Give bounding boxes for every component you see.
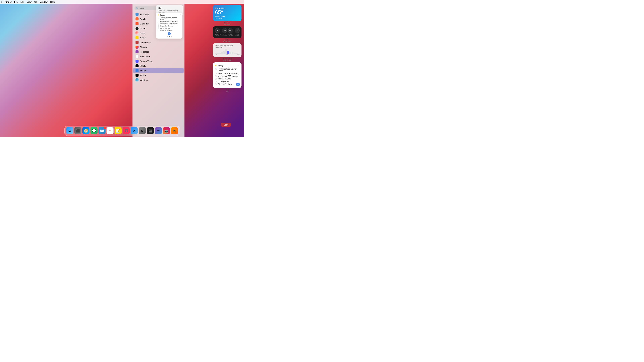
analog-clock (215, 28, 220, 33)
app-list-label-podcasts: Podcasts (140, 51, 149, 53)
city-offset: +6HRS (235, 35, 239, 36)
notes-icon (136, 36, 138, 39)
menubar-view[interactable]: View (27, 1, 32, 3)
dock-icon-pixelmator[interactable]: ✏ (155, 127, 162, 134)
things-item-text: Respond to Sonnet (218, 78, 232, 80)
screentime-bar-3 (221, 52, 223, 54)
things-item-text: iPhone SE revisited (218, 83, 232, 85)
dock-icon-notes[interactable]: 📝 (114, 127, 122, 134)
today-preview-item: iPhone SE revisited (158, 29, 181, 31)
app-list-item-weather[interactable]: Weather (133, 78, 184, 82)
dock-icon-finder[interactable]: 🗂 (66, 127, 73, 134)
clock-widget-container: Cupertino-9HRSTokyo+13HRSSydney+16HRSPar… (213, 26, 242, 42)
today-item-checkbox[interactable] (158, 17, 159, 18)
menubar-go[interactable]: Go (34, 1, 37, 3)
things-item-checkbox[interactable] (215, 68, 217, 70)
menubar-file[interactable]: File (14, 1, 18, 3)
today-item-checkbox[interactable] (158, 23, 159, 24)
app-list-item-stocks[interactable]: Stocks (133, 63, 184, 68)
things-add-button[interactable]: + (236, 83, 240, 86)
today-widget-title: Today (160, 14, 165, 16)
app-list-label-clock: Clock (140, 27, 146, 30)
dot-1[interactable] (167, 36, 168, 37)
things-item-checkbox[interactable] (215, 81, 217, 82)
today-item-checkbox[interactable] (158, 21, 159, 22)
dot-2[interactable] (169, 36, 170, 37)
app-list-item-omnifocus[interactable]: OmniFocus (133, 40, 184, 45)
weather-footer: Weather Forecast (213, 21, 242, 25)
apollo-icon (136, 17, 138, 20)
today-close-button[interactable]: × (180, 14, 181, 16)
things-widget-container: ★ Today × First things to do with new iP… (213, 62, 242, 92)
news-icon (136, 31, 138, 34)
today-preview-item: Hands on with all store beta (158, 21, 181, 22)
today-item-checkbox[interactable] (158, 25, 159, 27)
app-list-item-things[interactable]: Things (133, 68, 184, 73)
analog-clock (222, 28, 227, 33)
things-item-checkbox[interactable] (215, 78, 217, 80)
app-list-item-photos[interactable]: Photos (133, 45, 184, 49)
dock-icon-calendar[interactable]: 13 (106, 127, 114, 134)
menubar-app-name[interactable]: Finder (5, 1, 12, 3)
done-button[interactable]: Done (221, 123, 231, 127)
things-item-checkbox[interactable] (215, 73, 217, 74)
screentime-bar-10 (236, 53, 238, 54)
dock-badge-mail: ! (104, 127, 106, 129)
today-item-checkbox[interactable] (158, 27, 159, 29)
menubar-window[interactable]: Window (40, 1, 48, 3)
screentime-bar-11 (238, 54, 240, 54)
things-item-checkbox[interactable] (215, 75, 217, 77)
screentime-description: Set up Screen Time in System Preferences… (215, 45, 240, 48)
today-preview-item: Respond to Sonnet (158, 25, 181, 27)
things-item: First things to do with new iPhone (215, 68, 240, 72)
dock-icon-systemprefs[interactable]: ⚙ (139, 127, 146, 134)
today-preview-item: First things to do with new iPhone (158, 17, 181, 20)
dot-3[interactable] (171, 36, 172, 37)
screentime-label: Screen Time (213, 57, 242, 59)
dock-icon-messages[interactable]: 💬 (90, 127, 98, 134)
menubar-edit[interactable]: Edit (20, 1, 24, 3)
today-item-checkbox[interactable] (158, 30, 159, 31)
screentime-footer: Screen Time Daily Activity (213, 57, 242, 61)
dock-icon-claquette[interactable]: 🎬 (147, 127, 154, 134)
app-list-item-reminders[interactable]: Reminders (133, 54, 184, 59)
app-list-label-airbuddy: AirBuddy (140, 13, 149, 15)
app-list-item-podcasts[interactable]: Podcasts (133, 49, 184, 54)
dock-icon-instagram[interactable]: 📷 (163, 127, 170, 134)
things-item: iOS 15 preview (215, 81, 240, 82)
menubar-help[interactable]: Help (50, 1, 55, 3)
dock-icon-safari[interactable]: 🧭 (82, 127, 90, 134)
dock-icon-tes[interactable]: 🦋 (171, 127, 178, 134)
city-name: Sydney (228, 33, 233, 35)
things-item: Hands on with all store beta (215, 72, 240, 74)
dock-icon-mail[interactable]: ✉️! (98, 127, 106, 134)
weather-label: Weather (213, 21, 242, 23)
weather-widget: Cupertino 65° Mostly Sunny H:67° L:44° W… (213, 5, 242, 25)
city-name: Tokyo (223, 33, 226, 35)
dock-icon-appstore[interactable]: A (131, 127, 138, 134)
app-list-label-stocks: Stocks (140, 65, 146, 67)
analog-clock (228, 28, 233, 33)
clock-city-tokyo: Tokyo+13HRS (222, 28, 227, 36)
app-list-label-tiktok: TikTok (140, 74, 146, 77)
screentime-bar-8 (232, 52, 234, 54)
app-list-item-screentime[interactable]: Screen Time (133, 59, 184, 63)
things-list-title: List (158, 7, 181, 9)
things-item-checkbox[interactable] (215, 83, 217, 85)
dock-icon-launchpad[interactable]: ⬛ (74, 127, 81, 134)
things-item: iPhone SE revisited (215, 83, 240, 85)
city-name: Cupertino (215, 33, 221, 35)
city-name: Paris (236, 33, 239, 35)
today-add-button[interactable]: + (168, 32, 171, 35)
apple-menu[interactable]:  (1, 0, 2, 3)
app-list-label-calendar: Calendar (140, 22, 149, 25)
screentime-bar-2 (219, 53, 221, 54)
things-close-button[interactable]: × (238, 64, 240, 66)
things-icon (136, 69, 138, 72)
today-preview-item: Most wanted FCP features (158, 23, 181, 25)
podcasts-icon (136, 50, 138, 53)
app-list-item-tiktok[interactable]: TikTok (133, 73, 184, 78)
minute-hand (224, 30, 226, 31)
things-item-text: Most wanted FCP features (218, 75, 238, 77)
dock-icon-music[interactable]: 🎵 (122, 127, 130, 134)
